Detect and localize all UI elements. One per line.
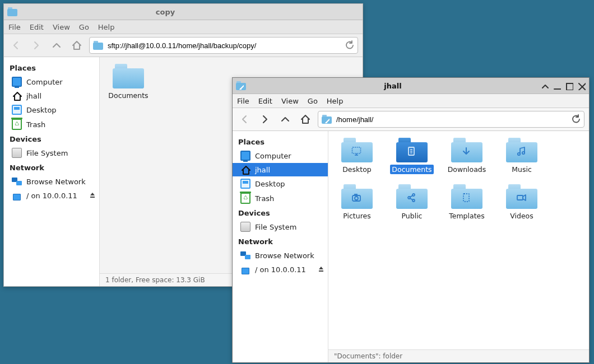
sidebar-item-home[interactable]: jhall [4, 89, 99, 102]
address-bar[interactable] [318, 111, 584, 128]
nav-back-button[interactable] [8, 38, 24, 53]
window-minimize-button[interactable] [326, 7, 335, 16]
file-manager-window-jhall[interactable]: jhall File Edit View Go Help Places Comp… [232, 77, 590, 363]
menu-file[interactable]: File [8, 23, 21, 31]
eject-icon[interactable] [315, 265, 322, 274]
network-icon [240, 250, 250, 260]
file-label: Desktop [341, 165, 373, 174]
address-input[interactable] [106, 41, 341, 50]
sidebar-item-label: File System [255, 223, 296, 231]
file-item-music[interactable]: Music [500, 138, 544, 174]
sidebar-item-trash[interactable]: Trash [233, 191, 328, 206]
remote-mount-icon [240, 265, 250, 274]
folder-templates-icon [451, 184, 482, 209]
menu-file[interactable]: File [237, 97, 249, 105]
file-item-public[interactable]: Public [390, 184, 434, 221]
toolbar [233, 108, 589, 131]
sidebar-item-label: Trash [255, 194, 274, 203]
sidebar-item-desktop[interactable]: Desktop [4, 102, 99, 117]
eject-icon[interactable] [87, 191, 94, 200]
desktop-icon [240, 179, 250, 189]
file-item-downloads[interactable]: Downloads [445, 138, 489, 174]
window-rollup-button[interactable] [313, 7, 322, 16]
sidebar-header-devices: Devices [233, 206, 328, 220]
sidebar-item-browse-network[interactable]: Browse Network [4, 174, 99, 189]
nav-back-button[interactable] [237, 111, 253, 127]
sidebar: Places Computer jhall Desktop Trash Devi… [233, 131, 328, 362]
nav-forward-button[interactable] [257, 111, 273, 127]
menu-help[interactable]: Help [98, 23, 115, 31]
window-close-button[interactable] [350, 7, 359, 16]
toolbar [4, 34, 363, 57]
remote-mount-icon [12, 192, 22, 200]
menu-help[interactable]: Help [327, 97, 344, 105]
file-label: Public [400, 211, 424, 221]
window-minimize-button[interactable] [552, 81, 561, 90]
window-maximize-button[interactable] [338, 7, 347, 16]
status-text: 1 folder, Free space: 13.3 GiB [105, 276, 205, 284]
sidebar-header-places: Places [233, 134, 328, 148]
window-maximize-button[interactable] [564, 81, 573, 90]
nav-home-button[interactable] [69, 38, 85, 53]
menubar: File Edit View Go Help [233, 94, 589, 108]
address-input[interactable] [335, 115, 567, 124]
sidebar-item-filesystem[interactable]: File System [233, 220, 328, 234]
file-label: Documents [106, 91, 150, 100]
file-label: Downloads [446, 165, 488, 174]
reload-icon[interactable] [344, 40, 354, 52]
nav-forward-button[interactable] [29, 38, 44, 53]
menu-go[interactable]: Go [308, 97, 318, 105]
sidebar-item-filesystem[interactable]: File System [4, 146, 99, 160]
app-folder-icon [7, 7, 17, 16]
sidebar-item-computer[interactable]: Computer [233, 148, 328, 163]
nav-home-button[interactable] [298, 111, 313, 127]
menu-go[interactable]: Go [79, 23, 89, 31]
menu-edit[interactable]: Edit [30, 23, 44, 31]
reload-icon[interactable] [570, 114, 581, 125]
content-area[interactable]: Desktop Documents Downloads Music Pictur [328, 131, 589, 349]
folder-downloads-icon [451, 138, 482, 162]
computer-icon [240, 151, 250, 161]
home-icon [240, 165, 250, 174]
menu-view[interactable]: View [281, 97, 299, 105]
window-rollup-button[interactable] [540, 81, 549, 90]
folder-public-icon [396, 184, 428, 209]
sidebar-item-browse-network[interactable]: Browse Network [233, 248, 328, 263]
sidebar-item-label: Trash [26, 120, 45, 129]
sidebar-item-computer[interactable]: Computer [4, 74, 99, 89]
file-label: Documents [390, 165, 433, 174]
folder-pictures-icon [341, 184, 373, 209]
folder-videos-icon [506, 184, 537, 209]
window-title: copy [21, 8, 310, 16]
file-item-templates[interactable]: Templates [445, 184, 489, 221]
sidebar-item-label: / on 10.0.0.11 [26, 192, 77, 200]
titlebar[interactable]: jhall [233, 78, 589, 94]
file-item-documents[interactable]: Documents [390, 138, 434, 174]
window-title: jhall [249, 82, 536, 90]
sidebar-item-remote-mount[interactable]: / on 10.0.0.11 [4, 189, 99, 203]
home-icon [12, 91, 22, 100]
file-item-videos[interactable]: Videos [500, 184, 544, 221]
sidebar-header-devices: Devices [4, 132, 99, 146]
sidebar-item-label: Desktop [255, 180, 285, 188]
address-bar[interactable] [89, 37, 358, 54]
sidebar-header-places: Places [4, 60, 99, 74]
sidebar-item-remote-mount[interactable]: / on 10.0.0.11 [233, 263, 328, 277]
file-item-desktop[interactable]: Desktop [335, 138, 379, 174]
sidebar-item-trash[interactable]: Trash [4, 117, 99, 132]
sidebar-item-desktop[interactable]: Desktop [233, 176, 328, 191]
sidebar-item-home[interactable]: jhall [233, 163, 328, 176]
titlebar[interactable]: copy [4, 4, 363, 20]
window-close-button[interactable] [577, 81, 586, 90]
nav-up-button[interactable] [277, 111, 293, 127]
folder-icon [113, 64, 144, 88]
menubar: File Edit View Go Help [4, 20, 363, 34]
nav-up-button[interactable] [49, 38, 64, 53]
menu-edit[interactable]: Edit [258, 97, 272, 105]
file-item-pictures[interactable]: Pictures [335, 184, 379, 221]
folder-documents-icon [396, 138, 428, 162]
file-item-documents[interactable]: Documents [106, 64, 150, 100]
menu-view[interactable]: View [53, 23, 70, 31]
sidebar-item-label: / on 10.0.0.11 [255, 265, 306, 274]
sidebar-item-label: jhall [26, 92, 41, 100]
